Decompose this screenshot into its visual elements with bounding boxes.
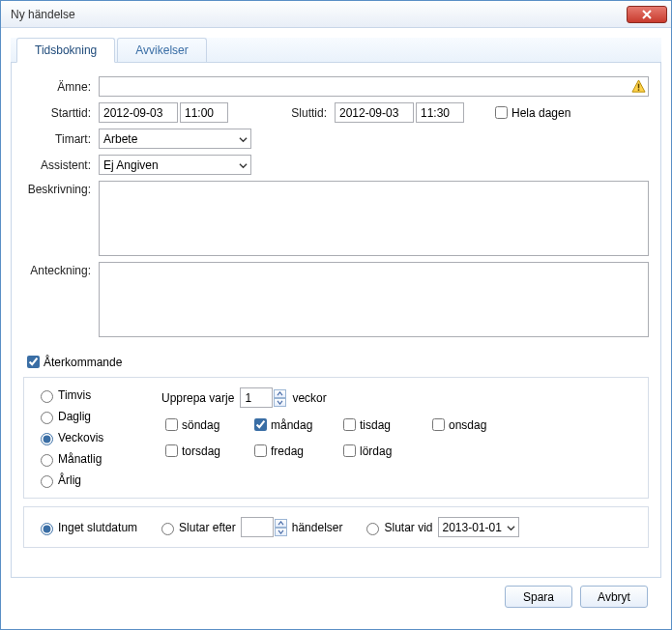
end-group: Inget slutdatum Slutar efter bbox=[23, 506, 649, 548]
tab-tidsbokning[interactable]: Tidsbokning bbox=[16, 38, 115, 63]
upprepa-post-label: veckor bbox=[292, 391, 326, 405]
freq-timvis-radio[interactable] bbox=[41, 390, 53, 403]
end-at-date-value[interactable] bbox=[438, 517, 519, 537]
heladagen-option[interactable]: Hela dagen bbox=[491, 103, 570, 122]
assistent-value[interactable] bbox=[99, 155, 251, 175]
assistent-combo[interactable] bbox=[99, 155, 251, 175]
upprepa-pre-label: Upprepa varje bbox=[161, 391, 234, 405]
spin-up-button[interactable] bbox=[274, 389, 286, 398]
tabstrip: Tidsbokning Avvikelser bbox=[11, 38, 661, 63]
beskrivning-textarea[interactable] bbox=[99, 181, 649, 256]
freq-veckovis-radio[interactable] bbox=[41, 433, 53, 445]
spin-down-button[interactable] bbox=[274, 398, 286, 407]
day-lordag-checkbox[interactable] bbox=[343, 444, 356, 457]
freq-daglig[interactable]: Daglig bbox=[36, 409, 161, 424]
repeat-n-spinner[interactable] bbox=[240, 387, 286, 408]
aterkommande-option[interactable]: Återkommande bbox=[23, 353, 649, 371]
tab-avvikelser[interactable]: Avvikelser bbox=[117, 38, 206, 62]
freq-veckovis[interactable]: Veckovis bbox=[36, 430, 161, 445]
day-sondag-checkbox[interactable] bbox=[165, 418, 178, 431]
label-assistent: Assistent: bbox=[23, 158, 99, 172]
amne-input[interactable] bbox=[99, 76, 649, 97]
end-none[interactable]: Inget slutdatum bbox=[36, 520, 137, 535]
window-title: Ny händelse bbox=[11, 8, 627, 21]
label-sluttid: Sluttid: bbox=[280, 106, 335, 120]
chevron-up-icon bbox=[277, 391, 283, 396]
label-amne: Ämne: bbox=[23, 80, 99, 94]
day-mandag[interactable]: måndag bbox=[250, 415, 339, 434]
end-at-radio[interactable] bbox=[366, 523, 379, 535]
day-onsdag[interactable]: onsdag bbox=[428, 415, 517, 434]
end-date-input[interactable] bbox=[335, 102, 414, 123]
day-lordag[interactable]: lördag bbox=[339, 442, 428, 460]
chevron-down-icon bbox=[277, 400, 283, 405]
spin-down-button[interactable] bbox=[275, 528, 287, 536]
content-area: Tidsbokning Avvikelser Ämne: Starttid: S… bbox=[1, 28, 671, 629]
end-after[interactable]: Slutar efter bbox=[157, 520, 236, 535]
cancel-button[interactable]: Avbryt bbox=[580, 586, 648, 608]
dialog-footer: Spara Avbryt bbox=[11, 578, 661, 619]
freq-daglig-radio[interactable] bbox=[41, 412, 53, 424]
weekday-grid: söndag måndag tisdag onsdag torsdag fred… bbox=[161, 415, 636, 460]
day-fredag[interactable]: fredag bbox=[250, 442, 339, 460]
dialog-window: Ny händelse Tidsbokning Avvikelser Ämne:… bbox=[0, 0, 672, 630]
anteckning-textarea[interactable] bbox=[99, 262, 649, 337]
svg-rect-1 bbox=[638, 89, 640, 91]
end-at[interactable]: Slutar vid bbox=[362, 520, 432, 535]
close-icon bbox=[642, 10, 652, 19]
freq-arlig[interactable]: Årlig bbox=[36, 472, 161, 488]
day-torsdag[interactable]: torsdag bbox=[161, 442, 250, 460]
svg-rect-0 bbox=[638, 84, 640, 89]
aterkommande-label: Återkommande bbox=[44, 356, 122, 369]
label-anteckning: Anteckning: bbox=[23, 262, 99, 277]
end-after-spinner[interactable] bbox=[241, 517, 287, 537]
chevron-up-icon bbox=[278, 521, 284, 526]
end-after-input[interactable] bbox=[241, 517, 274, 537]
day-torsdag-checkbox[interactable] bbox=[165, 444, 178, 457]
repeat-n-input[interactable] bbox=[240, 387, 273, 408]
timart-value[interactable] bbox=[99, 129, 251, 149]
handelser-label: händelser bbox=[292, 521, 343, 534]
label-timart: Timart: bbox=[23, 132, 99, 146]
end-after-radio[interactable] bbox=[161, 523, 174, 535]
end-time-input[interactable] bbox=[416, 102, 464, 123]
chevron-down-icon bbox=[278, 530, 284, 534]
day-onsdag-checkbox[interactable] bbox=[432, 418, 445, 431]
aterkommande-checkbox[interactable] bbox=[27, 356, 40, 368]
timart-combo[interactable] bbox=[99, 129, 251, 149]
end-at-date-combo[interactable] bbox=[438, 517, 519, 537]
close-button[interactable] bbox=[627, 6, 667, 23]
recurrence-group: Timvis Daglig Veckovis Månatlig Årlig Up… bbox=[23, 377, 649, 499]
save-button[interactable]: Spara bbox=[505, 586, 572, 608]
freq-arlig-radio[interactable] bbox=[41, 475, 53, 488]
start-time-input[interactable] bbox=[180, 102, 228, 123]
titlebar: Ny händelse bbox=[1, 1, 671, 28]
heladagen-label: Hela dagen bbox=[511, 106, 570, 120]
label-starttid: Starttid: bbox=[23, 106, 99, 120]
spin-up-button[interactable] bbox=[275, 519, 287, 528]
tab-panel: Ämne: Starttid: Sluttid: bbox=[11, 63, 661, 578]
day-fredag-checkbox[interactable] bbox=[254, 444, 267, 457]
day-mandag-checkbox[interactable] bbox=[254, 418, 267, 431]
day-sondag[interactable]: söndag bbox=[161, 415, 250, 434]
day-tisdag[interactable]: tisdag bbox=[339, 415, 428, 434]
freq-manatlig[interactable]: Månatlig bbox=[36, 451, 161, 467]
start-date-input[interactable] bbox=[99, 102, 178, 123]
end-none-radio[interactable] bbox=[41, 523, 53, 535]
day-tisdag-checkbox[interactable] bbox=[343, 418, 356, 431]
warning-icon bbox=[631, 79, 646, 94]
label-beskrivning: Beskrivning: bbox=[23, 181, 99, 196]
freq-timvis[interactable]: Timvis bbox=[36, 387, 161, 403]
frequency-options: Timvis Daglig Veckovis Månatlig Årlig bbox=[36, 387, 161, 488]
freq-manatlig-radio[interactable] bbox=[41, 454, 53, 467]
heladagen-checkbox[interactable] bbox=[495, 106, 508, 119]
